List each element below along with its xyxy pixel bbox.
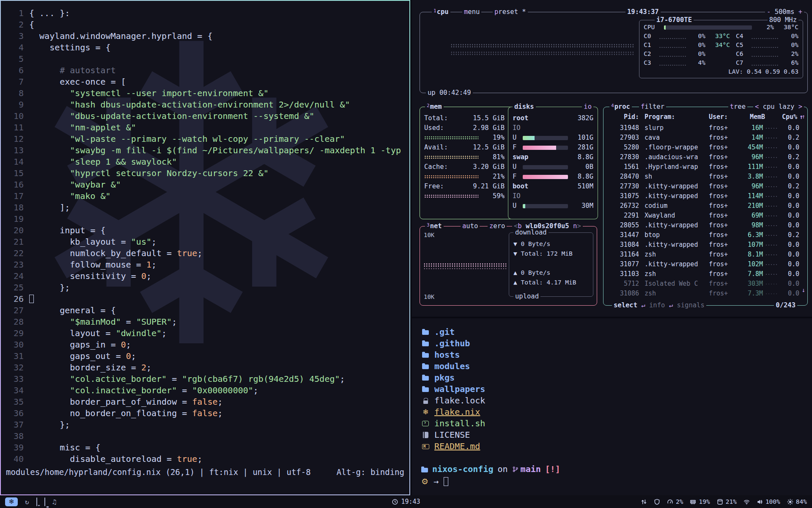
update-interval-control[interactable]: - 500ms + — [765, 8, 804, 16]
net-auto-toggle[interactable]: auto — [461, 222, 480, 230]
editor-lines[interactable]: 1{ ... }:2{3 wayland.windowManager.hyprl… — [1, 8, 409, 465]
line-text: exec-once = [ — [29, 76, 126, 88]
filter-button[interactable]: filter — [639, 102, 666, 111]
refresh-icon[interactable]: ↻ — [25, 498, 29, 506]
process-row[interactable]: 31086zshfros+7.3M0.0 — [604, 289, 807, 298]
net-zero-toggle[interactable]: zero — [488, 222, 507, 230]
scroll-down-icon[interactable]: ↓ — [802, 287, 805, 293]
process-memory: 3.8M — [738, 172, 763, 182]
shell-input-line[interactable]: ⚙ → — [421, 476, 448, 486]
process-row[interactable]: 31447btopfros+6.3M0.2 — [604, 230, 807, 240]
process-row[interactable]: 26732codiumfros+210M0.0 — [604, 201, 807, 211]
mem-box-title[interactable]: 2mem — [425, 102, 444, 111]
waybar-module-volume[interactable]: 100% — [757, 498, 780, 505]
waybar-module-chat[interactable] — [36, 498, 37, 506]
btop-window[interactable]: ❄ 1cpu menu preset * 19:43:37 - 500ms + … — [412, 0, 812, 317]
editor-line: 28 "$mainMod" = "SUPER"; — [1, 316, 409, 328]
process-row[interactable]: 5712Isolated Web Cfros+303M0.0 — [604, 279, 807, 289]
next-sort-button[interactable]: > — [798, 103, 802, 110]
waybar-module-brightness[interactable]: 84% — [787, 498, 807, 505]
btop-net-box[interactable]: 3net auto zero <b wlp0s20f0u5 n> 10K 10K… — [420, 226, 597, 306]
process-row[interactable]: 27730.kitty-wrappedfros+96M0.2 — [604, 182, 807, 191]
waybar-module-shield[interactable] — [654, 499, 660, 505]
process-row[interactable]: 2291Xwaylandfros+69M0.0 — [604, 211, 807, 221]
waybar-module-display[interactable] — [44, 498, 45, 506]
line-number: 35 — [5, 396, 24, 408]
scroll-up-icon[interactable]: ↑ — [802, 113, 805, 120]
waybar-module-nix-logo[interactable]: ❄ — [5, 497, 18, 506]
music-icon[interactable]: ♫ — [52, 498, 57, 506]
proc-header-row[interactable]: Pid: Program: User: MemB Cpu% ↑ — [604, 112, 807, 122]
col-pid[interactable]: Pid: — [608, 112, 639, 122]
disk-used-value: 30M — [571, 201, 593, 211]
line-number: 28 — [5, 316, 24, 328]
waybar-module-updates[interactable] — [641, 499, 647, 505]
process-row[interactable]: 5280.floorp-wrappefros+454M0.0 — [604, 143, 807, 152]
display-icon[interactable] — [44, 497, 45, 506]
process-row[interactable]: 1561.Hyprland-wrapfros+111M0.0 — [604, 162, 807, 172]
col-user[interactable]: User: — [709, 112, 733, 122]
waybar-module-network[interactable] — [743, 499, 750, 505]
process-row[interactable]: 31077.kitty-wrappedfros+102M0.0 — [604, 260, 807, 269]
chat-icon[interactable] — [36, 497, 37, 506]
preset-button[interactable]: preset * — [493, 8, 528, 16]
cpu-box-title[interactable]: 1cpu — [432, 8, 450, 16]
core-temp: 34°C — [705, 41, 730, 50]
editor-line: 14 "sleep 1 && swaylock" — [1, 156, 409, 168]
process-row[interactable]: 28055.kitty-wrappedfros+98M0.0 — [604, 221, 807, 230]
code-token — [29, 191, 70, 201]
info-action[interactable]: info — [649, 301, 665, 309]
process-row[interactable]: 31103zshfros+7.8M0.0 — [604, 269, 807, 279]
nix-logo-icon[interactable]: ❄ — [5, 497, 18, 506]
process-row[interactable]: 31164zshfros+8.1M0.0 — [604, 250, 807, 260]
process-memory: 69M — [738, 211, 763, 221]
process-cpu: 0.0 — [780, 162, 799, 172]
menu-button[interactable]: menu — [462, 8, 481, 16]
disk-io-label: IO — [513, 123, 521, 133]
editor-window[interactable]: ❄ 1{ ... }:2{3 wayland.windowManager.hyp… — [0, 0, 410, 495]
process-row[interactable]: 28470shfros+3.8M0.0 — [604, 172, 807, 182]
process-row[interactable]: 27903cavafros+14M0.2 — [604, 133, 807, 143]
waybar-module-memory[interactable]: 19% — [690, 498, 710, 505]
proc-box-title[interactable]: 4proc — [609, 102, 632, 111]
btop-disks-box[interactable]: disks io root382GIOU101GF281Gswap8.8GU0B… — [508, 107, 598, 219]
process-row[interactable]: 31948slurpfros+16M0.0 — [604, 123, 807, 133]
interval-plus-button[interactable]: + — [798, 8, 802, 16]
col-program[interactable]: Program: — [645, 112, 709, 122]
prev-sort-button[interactable]: < — [755, 103, 759, 110]
line-number: 40 — [5, 453, 24, 465]
btop-proc-box[interactable]: 4proc filter tree < cpu lazy > Pid: Prog… — [603, 107, 808, 306]
shell-window[interactable]: ❄ .git.githubhostsmodulespkgswallpapersf… — [412, 318, 812, 495]
disk-used-row: U0B — [513, 162, 593, 172]
core-graph — [751, 38, 778, 39]
process-row[interactable]: 31084.kitty-wrappedfros+107M0.0 — [604, 240, 807, 250]
select-action[interactable]: select — [614, 301, 637, 309]
dotted-leader — [765, 205, 778, 207]
clock-module[interactable]: 19:43 — [392, 498, 420, 505]
waybar-module-disk[interactable]: 21% — [717, 498, 737, 505]
per-core-selector[interactable]: < cpu lazy > — [753, 102, 804, 111]
editor-line: 13 "swaybg -m fill -i $(find ~/Pictures/… — [1, 145, 409, 156]
disks-box-title[interactable]: disks — [513, 102, 536, 111]
io-mode-toggle[interactable]: io — [582, 102, 593, 111]
file-name: .git — [434, 327, 455, 337]
signals-action[interactable]: signals — [677, 301, 704, 309]
btop-cpu-box[interactable]: 1cpu menu preset * 19:43:37 - 500ms + up… — [420, 12, 808, 93]
col-memory[interactable]: MemB — [740, 112, 765, 122]
code-token: ; — [146, 271, 151, 281]
tree-toggle[interactable]: tree — [728, 102, 747, 111]
interval-minus-button[interactable]: - — [767, 8, 771, 16]
line-text: { — [29, 19, 34, 30]
waybar-module-gauge[interactable]: 2% — [667, 498, 683, 505]
next-interface-button[interactable]: n — [573, 222, 577, 230]
editor-line: 10 "dbus-update-activation-environment -… — [1, 110, 409, 122]
net-box-title[interactable]: 3net — [425, 222, 444, 230]
code-token: misc = { — [29, 442, 101, 453]
waybar-module-refresh[interactable]: ↻ — [25, 498, 29, 506]
line-text: "nm-applet &" — [29, 122, 136, 133]
col-cpu[interactable]: Cpu% — [778, 112, 797, 122]
waybar-module-music[interactable]: ♫ — [52, 498, 57, 506]
process-row[interactable]: 27830.audacious-wrafros+96M0.2 — [604, 152, 807, 162]
btop-mem-box[interactable]: 2mem Total:15.5 GiBUsed:2.98 GiB19%Avail… — [420, 107, 597, 219]
process-row[interactable]: 31075.kitty-wrappedfros+114M0.0 — [604, 191, 807, 201]
